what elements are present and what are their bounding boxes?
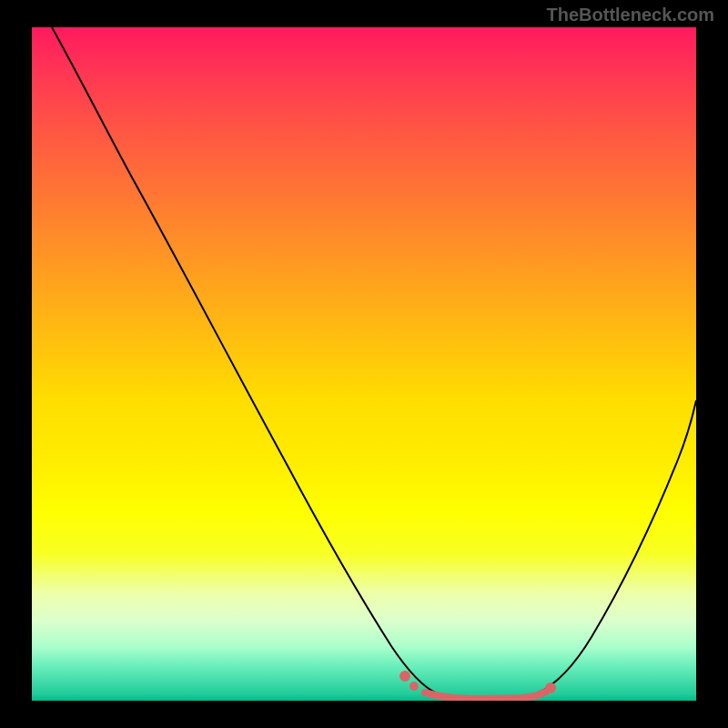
optimal-range-highlight — [425, 692, 546, 699]
highlight-start-dot — [399, 671, 410, 682]
highlight-end-dot — [545, 682, 556, 693]
highlight-dot-2 — [410, 682, 419, 691]
chart-svg — [32, 27, 696, 701]
bottleneck-curve-line — [52, 27, 696, 699]
chart-plot-area — [32, 27, 696, 701]
watermark-text: TheBottleneck.com — [547, 5, 714, 25]
